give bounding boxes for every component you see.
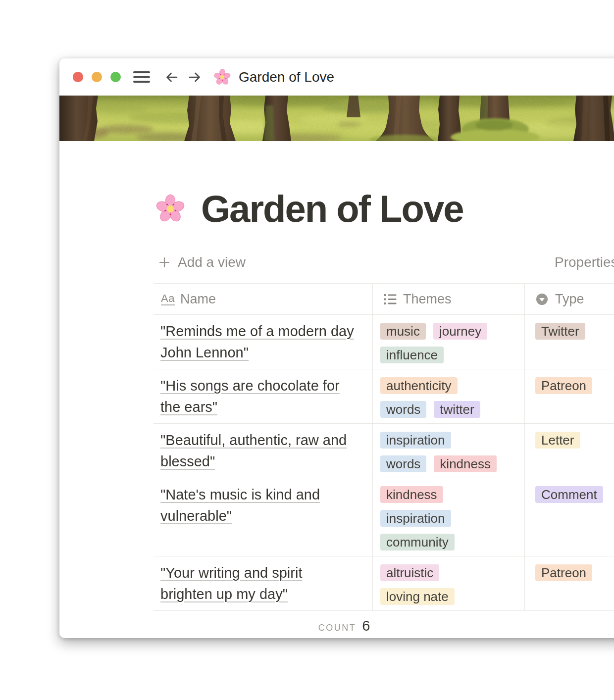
column-header-type[interactable]: Type (525, 284, 614, 314)
cell-name[interactable]: "Your writing and spirit brighten up my … (154, 556, 373, 610)
type-tag: Patreon (535, 564, 592, 581)
cell-type[interactable]: Twitter (525, 315, 614, 369)
table-footer: COUNT 6 (154, 611, 535, 634)
theme-tag: inspiration (380, 510, 451, 527)
type-tag: Comment (535, 486, 603, 503)
view-bar: Add a view Properties (154, 252, 614, 273)
column-header-themes[interactable]: Themes (373, 284, 525, 314)
theme-tag: influence (380, 347, 444, 363)
page-title-row: Garden of Love (154, 141, 614, 230)
menu-icon[interactable] (133, 71, 150, 83)
column-label: Themes (403, 292, 452, 307)
plus-icon (159, 257, 170, 268)
cherry-blossom-icon[interactable] (155, 194, 186, 224)
cell-type[interactable]: Comment (525, 478, 614, 556)
page-content: Garden of Love Add a view Properties AaN… (59, 141, 614, 634)
multiselect-icon (383, 293, 397, 306)
minimize-window-button[interactable] (92, 72, 102, 82)
theme-tag: loving nate (380, 588, 455, 605)
column-header-name[interactable]: AaName (154, 284, 373, 314)
table-row: "His songs are chocolate for the ears"au… (154, 369, 614, 424)
table-row: "Nate's music is kind and vulnerable"kin… (154, 478, 614, 556)
column-label: Type (555, 292, 584, 307)
table-row: "Beautiful, authentic, raw and blessed"i… (154, 424, 614, 478)
page-title: Garden of Love (201, 188, 463, 230)
type-tag: Twitter (535, 323, 585, 340)
theme-tag: kindness (434, 455, 497, 472)
select-icon (535, 293, 549, 306)
forward-button[interactable] (188, 70, 202, 84)
window-title: Garden of Love (239, 69, 334, 85)
cell-name[interactable]: "Reminds me of a modern day John Lennon" (154, 315, 373, 369)
type-tag: Patreon (535, 377, 592, 394)
row-title: "Nate's music is kind and vulnerable" (160, 484, 357, 527)
theme-tag: music (380, 323, 426, 340)
back-button[interactable] (165, 70, 179, 84)
table-header: AaNameThemesType (154, 283, 614, 315)
close-window-button[interactable] (73, 72, 83, 82)
type-tag: Letter (535, 432, 580, 449)
cell-themes[interactable]: musicjourneyinfluence (373, 315, 525, 369)
theme-tag: twitter (434, 401, 480, 418)
cell-themes[interactable]: altruisticloving nate (373, 556, 525, 610)
theme-tag: altruistic (380, 564, 439, 581)
theme-tag: kindness (380, 486, 443, 503)
zoom-window-button[interactable] (110, 72, 121, 82)
cell-themes[interactable]: authenticitywordstwitter (373, 369, 525, 423)
properties-button[interactable]: Properties (555, 254, 614, 270)
app-window: Garden of Love (59, 58, 614, 638)
cell-themes[interactable]: inspirationwordskindness (373, 424, 525, 478)
cell-type[interactable]: Patreon (525, 369, 614, 423)
row-title: "Reminds me of a modern day John Lennon" (160, 321, 357, 363)
table-row: "Reminds me of a modern day John Lennon"… (154, 315, 614, 369)
row-title: "Your writing and spirit brighten up my … (160, 562, 357, 605)
theme-tag: community (380, 534, 455, 550)
cherry-blossom-icon (213, 68, 231, 86)
count-value: 6 (362, 618, 370, 634)
theme-tag: inspiration (380, 432, 451, 449)
cell-name[interactable]: "Nate's music is kind and vulnerable" (154, 478, 373, 556)
cell-themes[interactable]: kindnessinspirationcommunity (373, 478, 525, 556)
column-label: Name (180, 292, 216, 307)
row-title: "Beautiful, authentic, raw and blessed" (160, 430, 357, 472)
add-view-label: Add a view (178, 254, 246, 270)
theme-tag: words (380, 401, 426, 418)
table-row: "Your writing and spirit brighten up my … (154, 556, 614, 611)
row-title: "His songs are chocolate for the ears" (160, 375, 357, 418)
database-table: AaNameThemesType "Reminds me of a modern… (154, 283, 614, 611)
theme-tag: authenticity (380, 377, 458, 394)
add-view-button[interactable]: Add a view (154, 254, 246, 270)
title-icon: Aa (161, 293, 175, 305)
theme-tag: journey (433, 323, 487, 340)
cell-type[interactable]: Letter (525, 424, 614, 478)
cell-name[interactable]: "His songs are chocolate for the ears" (154, 369, 373, 423)
cell-type[interactable]: Patreon (525, 556, 614, 610)
table-body: "Reminds me of a modern day John Lennon"… (154, 315, 614, 611)
cell-name[interactable]: "Beautiful, authentic, raw and blessed" (154, 424, 373, 478)
cover-image (59, 96, 614, 141)
count-label: COUNT (318, 623, 357, 633)
theme-tag: words (380, 455, 426, 472)
window-titlebar: Garden of Love (59, 58, 614, 96)
